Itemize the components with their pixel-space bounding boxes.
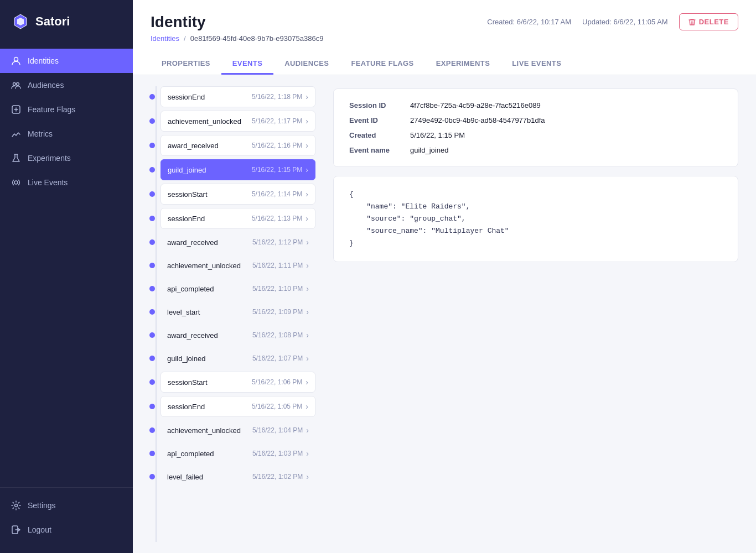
event-name: sessionStart [168,190,208,199]
event-name-value: guild_joined [410,146,722,154]
event-json-card: { "name": "Elite Raiders", "source": "gr… [333,176,738,262]
sidebar-item-experiments[interactable]: Experiments [0,146,133,170]
event-item: sessionStart5/16/22, 1:14 PM› [149,184,315,205]
sidebar-label-feature-flags: Feature Flags [28,105,75,114]
svg-point-2 [17,83,19,86]
sidebar-item-feature-flags[interactable]: Feature Flags [0,97,133,122]
sidebar-nav: Identities Audiences Feature Flags [0,43,133,487]
event-card[interactable]: sessionStart5/16/22, 1:14 PM› [160,184,315,205]
event-arrow-icon: › [305,141,308,150]
event-time: 5/16/22, 1:14 PM [252,190,302,198]
app-logo: Satori [0,0,133,43]
event-name: guild_joined [167,354,205,363]
delete-icon [688,18,696,26]
event-name: sessionEnd [168,215,205,223]
tab-experiments[interactable]: EXPERIMENTS [425,54,501,75]
created-label: Created [349,131,410,139]
event-name: level_failed [167,473,203,481]
event-dot [149,263,155,268]
tab-events[interactable]: EVENTS [221,54,273,75]
svg-point-0 [14,58,18,61]
event-item: award_received5/16/22, 1:08 PM› [149,325,315,345]
event-name: achievement_unlocked [168,117,241,126]
sidebar-label-live-events: Live Events [28,178,68,187]
event-card[interactable]: achievement_unlocked5/16/22, 1:17 PM› [160,111,315,132]
sidebar-bottom: Settings Logout [0,487,133,553]
page-header: Identity Created: 6/6/22, 10:17 AM Updat… [133,0,756,75]
event-arrow-icon: › [305,117,308,126]
event-item: guild_joined5/16/22, 1:07 PM› [149,348,315,368]
experiments-icon [11,153,21,163]
event-item: achievement_unlocked5/16/22, 1:04 PM› [149,420,315,440]
event-card[interactable]: sessionStart5/16/22, 1:06 PM› [160,372,315,393]
event-time: 5/16/22, 1:06 PM [252,378,302,386]
event-plain[interactable]: achievement_unlocked5/16/22, 1:11 PM› [160,255,315,275]
tab-properties[interactable]: PROPERTIES [151,54,221,75]
event-dot [149,118,155,124]
delete-button[interactable]: DELETE [679,13,738,30]
event-plain[interactable]: level_start5/16/22, 1:09 PM› [160,302,315,322]
header-right: Created: 6/6/22, 10:17 AM Updated: 6/6/2… [487,13,738,30]
sidebar-item-settings[interactable]: Settings [0,493,133,518]
event-plain[interactable]: api_completed5/16/22, 1:10 PM› [160,279,315,299]
event-plain[interactable]: level_failed5/16/22, 1:02 PM› [160,467,315,487]
event-plain[interactable]: award_received5/16/22, 1:12 PM› [160,232,315,252]
event-dot [149,286,155,291]
event-time: 5/16/22, 1:15 PM [252,166,302,174]
event-plain[interactable]: guild_joined5/16/22, 1:07 PM› [160,348,315,368]
event-card[interactable]: sessionEnd5/16/22, 1:13 PM› [160,208,315,229]
event-plain[interactable]: achievement_unlocked5/16/22, 1:04 PM› [160,420,315,440]
event-card[interactable]: award_received5/16/22, 1:16 PM› [160,135,315,156]
tab-feature-flags[interactable]: FEATURE FLAGS [340,54,424,75]
event-dot [149,451,155,456]
sidebar-item-live-events[interactable]: Live Events [0,170,133,195]
breadcrumb-link[interactable]: Identities [151,34,179,43]
event-dot [149,167,155,173]
event-item: sessionStart5/16/22, 1:06 PM› [149,372,315,393]
event-card[interactable]: sessionEnd5/16/22, 1:05 PM› [160,396,315,417]
delete-label: DELETE [699,18,729,26]
event-time: 5/16/22, 1:07 PM [252,354,303,362]
event-name: achievement_unlocked [167,262,241,270]
event-dot [149,94,155,100]
session-id-value: 4f7cf8be-725a-4c59-a28e-7fac5216e089 [410,101,722,109]
event-dot [149,427,155,433]
event-card[interactable]: guild_joined5/16/22, 1:15 PM› [160,159,315,180]
event-plain[interactable]: api_completed5/16/22, 1:03 PM› [160,444,315,463]
page-title: Identity [151,13,206,31]
event-name: guild_joined [168,166,206,174]
sidebar-item-audiences[interactable]: Audiences [0,73,133,97]
event-arrow-icon: › [306,284,309,293]
event-item: achievement_unlocked5/16/22, 1:17 PM› [149,111,315,132]
event-time: 5/16/22, 1:08 PM [252,331,303,339]
logout-icon [11,525,21,535]
event-name: sessionStart [168,378,208,387]
breadcrumb-separator: / [184,34,186,43]
tab-audiences[interactable]: AUDIENCES [273,54,340,75]
session-id-label: Session ID [349,101,410,109]
sidebar-label-logout: Logout [28,525,51,534]
event-id-label: Event ID [349,116,410,124]
sidebar-item-logout[interactable]: Logout [0,518,133,542]
event-card[interactable]: sessionEnd5/16/22, 1:18 PM› [160,86,315,107]
event-dot [149,404,155,409]
event-dot [149,216,155,221]
event-id-value: 2749e492-0bc9-4b9c-ad58-4547977b1dfa [410,116,722,124]
sidebar-item-metrics[interactable]: Metrics [0,122,133,146]
event-dot [149,379,155,385]
event-arrow-icon: › [306,449,309,458]
svg-point-5 [15,504,18,507]
detail-grid: Session ID 4f7cf8be-725a-4c59-a28e-7fac5… [349,101,722,154]
main-content: Identity Created: 6/6/22, 10:17 AM Updat… [133,0,756,553]
event-dot [149,309,155,315]
event-plain[interactable]: award_received5/16/22, 1:08 PM› [160,325,315,345]
event-name: award_received [168,142,219,150]
event-name-label: Event name [349,146,410,154]
logo-icon [11,12,30,31]
tab-live-events[interactable]: LIVE EVENTS [501,54,572,75]
event-dot [149,332,155,338]
event-time: 5/16/22, 1:13 PM [252,215,302,222]
event-arrow-icon: › [306,238,309,247]
sidebar-item-identities[interactable]: Identities [0,49,133,73]
sidebar: Satori Identities Audiences [0,0,133,553]
